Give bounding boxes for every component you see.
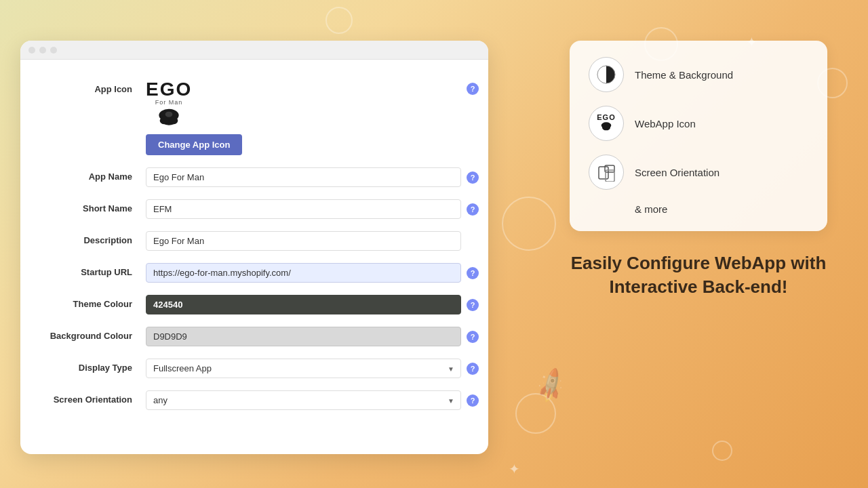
right-panel: Theme & Background EGO WebApp Icon <box>570 41 827 299</box>
bg-colour-input[interactable] <box>146 327 461 346</box>
short-name-field: ? <box>146 199 461 219</box>
panel-dot-1 <box>28 47 35 54</box>
description-input[interactable] <box>146 231 461 251</box>
ego-logo: EGO For Man <box>146 80 192 129</box>
theme-colour-row: Theme Colour ? <box>47 295 461 314</box>
panel-dot-3 <box>50 47 57 54</box>
left-panel: App Icon EGO For Man Change <box>20 41 488 454</box>
display-type-select-wrapper: Fullscreen App Standalone Minimal UI Bro… <box>146 359 461 378</box>
theme-icon-circle <box>589 57 624 92</box>
tagline: Easily Configure WebApp with Interactive… <box>570 251 827 299</box>
feature-item-theme: Theme & Background <box>589 57 808 92</box>
startup-url-input[interactable] <box>146 263 461 283</box>
bg-colour-row: Background Colour ? <box>47 327 461 346</box>
description-label: Description <box>47 231 146 245</box>
rocket-decoration: 🚀 <box>531 366 572 406</box>
theme-half-circle-icon <box>596 64 616 85</box>
panel-dot-2 <box>39 47 46 54</box>
for-man-text: For Man <box>146 99 192 106</box>
webapp-ego-icon: EGO <box>597 114 615 134</box>
screen-orientation-label: Screen Orientation <box>47 390 146 405</box>
svg-point-8 <box>602 125 610 130</box>
screen-orientation-field: any portrait landscape ▼ ? <box>146 390 461 410</box>
app-icon-help-icon[interactable]: ? <box>467 83 479 95</box>
display-type-label: Display Type <box>47 359 146 373</box>
startup-url-row: Startup URL ? <box>47 263 461 283</box>
webapp-beard-icon <box>599 121 614 131</box>
feature-theme-label: Theme & Background <box>635 69 733 81</box>
screen-orientation-help-icon[interactable]: ? <box>467 394 479 407</box>
description-row: Description <box>47 231 461 251</box>
bg-colour-field: ? <box>146 327 461 346</box>
startup-url-field: ? <box>146 263 461 283</box>
deco-circle-3 <box>326 7 353 34</box>
deco-circle-1 <box>502 197 556 251</box>
svg-point-2 <box>160 117 169 125</box>
change-app-icon-button[interactable]: Change App Icon <box>146 134 242 155</box>
screen-orientation-select-wrapper: any portrait landscape ▼ <box>146 390 461 410</box>
more-label: & more <box>589 203 808 215</box>
short-name-label: Short Name <box>47 199 146 214</box>
display-type-field: Fullscreen App Standalone Minimal UI Bro… <box>146 359 461 378</box>
feature-item-orientation: Screen Orientation <box>589 155 808 190</box>
webapp-icon-circle: EGO <box>589 106 624 141</box>
feature-orientation-label: Screen Orientation <box>635 167 719 178</box>
short-name-row: Short Name ? <box>47 199 461 219</box>
screen-orient-svg-icon <box>597 163 616 182</box>
star-deco-1: ✦ <box>509 461 520 477</box>
icon-area: EGO For Man Change App Icon <box>146 80 461 155</box>
theme-colour-input[interactable] <box>146 295 461 314</box>
bg-colour-help-icon[interactable]: ? <box>467 331 479 343</box>
ego-logo-text: EGO <box>146 80 192 99</box>
theme-colour-help-icon[interactable]: ? <box>467 299 479 311</box>
app-name-label: App Name <box>47 167 146 182</box>
panel-top-bar <box>20 41 488 60</box>
display-type-help-icon[interactable]: ? <box>467 363 479 375</box>
app-name-field: ? <box>146 167 461 187</box>
display-type-select[interactable]: Fullscreen App Standalone Minimal UI Bro… <box>146 359 461 378</box>
description-field <box>146 231 461 251</box>
screen-orientation-select[interactable]: any portrait landscape <box>146 390 461 410</box>
startup-url-help-icon[interactable]: ? <box>467 267 479 279</box>
feature-webapp-label: WebApp Icon <box>635 118 696 129</box>
deco-circle-5 <box>712 441 732 461</box>
app-name-row: App Name ? <box>47 167 461 187</box>
short-name-input[interactable] <box>146 199 461 219</box>
feature-card: Theme & Background EGO WebApp Icon <box>570 41 827 231</box>
feature-item-webapp: EGO WebApp Icon <box>589 106 808 141</box>
app-name-input[interactable] <box>146 167 461 187</box>
svg-point-3 <box>169 117 178 125</box>
app-name-help-icon[interactable]: ? <box>467 171 479 184</box>
app-icon-row: App Icon EGO For Man Change <box>47 80 461 155</box>
svg-rect-9 <box>599 167 608 179</box>
bg-colour-label: Background Colour <box>47 327 146 341</box>
short-name-help-icon[interactable]: ? <box>467 203 479 216</box>
app-icon-label: App Icon <box>47 80 146 94</box>
beard-svg-icon <box>155 107 182 126</box>
display-type-row: Display Type Fullscreen App Standalone M… <box>47 359 461 378</box>
theme-colour-label: Theme Colour <box>47 295 146 309</box>
svg-point-4 <box>165 112 173 117</box>
startup-url-label: Startup URL <box>47 263 146 277</box>
theme-colour-field: ? <box>146 295 461 314</box>
orientation-icon-circle <box>589 155 624 190</box>
screen-orientation-row: Screen Orientation any portrait landscap… <box>47 390 461 410</box>
app-icon-field: EGO For Man Change App Icon ? <box>146 80 461 155</box>
